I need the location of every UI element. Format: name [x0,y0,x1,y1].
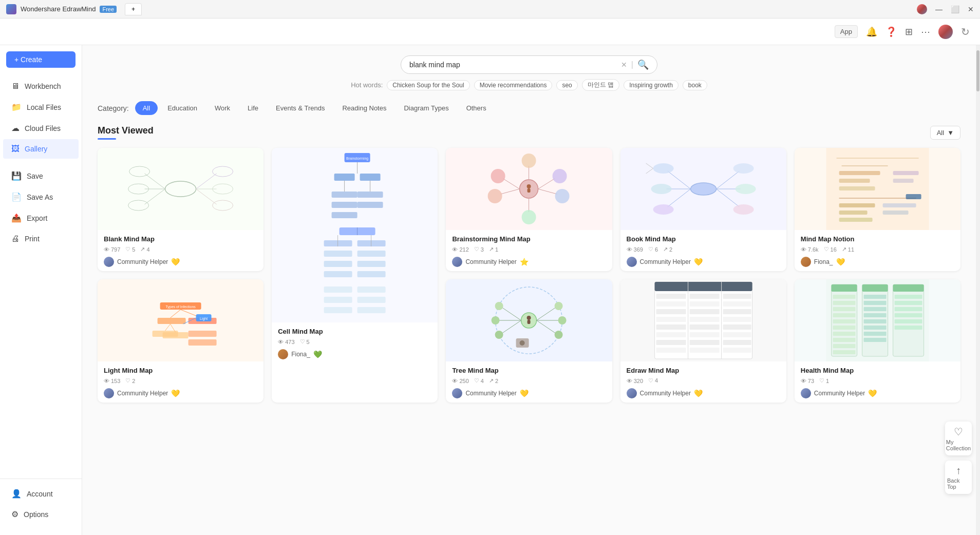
card-title: Brainstorming Mind Map [452,235,606,243]
svg-rect-39 [324,297,352,303]
sidebar-item-label-save-as: Save As [27,193,53,201]
cat-tab-all[interactable]: All [135,101,158,115]
sidebar-item-options[interactable]: ⚙ Options [3,504,79,524]
filter-dropdown[interactable]: All ▼ [930,126,960,140]
sidebar-item-label-account: Account [27,490,53,498]
notification-icon[interactable]: 🔔 [866,26,877,37]
cat-tab-life[interactable]: Life [240,101,266,115]
hot-tag-1[interactable]: Movie recommendations [474,80,553,90]
card-stats: 👁 250 ♡ 4 ↗ 2 [452,377,606,384]
sidebar-item-gallery[interactable]: 🖼 Gallery [3,139,79,159]
cat-tab-reading-notes[interactable]: Reading Notes [334,101,394,115]
hot-tag-5[interactable]: book [683,80,707,90]
svg-rect-162 [833,326,855,330]
svg-text:Types of Infections: Types of Infections [165,305,196,309]
card-health-mind-map[interactable]: Health Mind Map 👁 73 ♡ 1 Community Helpe… [795,279,960,403]
card-stats: 👁 320 ♡ 4 [627,377,780,384]
cat-tab-education[interactable]: Education [160,101,205,115]
new-tab-btn[interactable]: + [125,3,142,15]
card-title: Light Mind Map [104,367,257,374]
sidebar-item-cloud-files[interactable]: ☁ Cloud Files [3,118,79,138]
svg-rect-23 [357,192,383,198]
svg-rect-38 [357,286,386,293]
cat-tab-diagram-types[interactable]: Diagram Types [396,101,456,115]
author-avatar [627,257,637,267]
hot-tag-2[interactable]: seo [556,80,577,90]
card-author: Fiona_ 💛 [801,257,954,267]
like-count: ♡ 4 [474,377,484,384]
minimize-btn[interactable]: — [935,5,943,13]
svg-rect-84 [839,218,872,222]
svg-rect-32 [324,271,352,277]
sidebar-item-export[interactable]: 📤 Export [3,208,79,228]
back-top-button[interactable]: ↑ Back Top [945,461,972,494]
svg-line-59 [667,171,690,189]
maximize-btn[interactable]: ⬜ [951,5,959,13]
card-light-mind-map[interactable]: Types of Infections Light [98,279,263,403]
hot-tag-3[interactable]: 마인드 맵 [582,79,619,91]
card-cell-mind-map[interactable]: Brainstorming [272,148,438,403]
hot-tag-0[interactable]: Chicken Soup for the Soul [387,80,469,90]
close-btn[interactable]: ✕ [968,5,974,13]
search-input[interactable] [409,61,621,69]
card-body: Light Mind Map 👁 153 ♡ 2 Community Helpe… [98,361,263,403]
help-icon[interactable]: ❓ [885,26,897,37]
search-submit-icon[interactable]: 🔍 [637,59,649,70]
layout-icon[interactable]: ⊞ [905,26,913,37]
author-name: Fiona_ [814,258,833,265]
author-avatar [801,257,811,267]
svg-rect-180 [894,326,922,330]
card-book-mind-map[interactable]: Book Mind Map 👁 369 ♡ 6 ↗ 2 Community He… [620,148,786,271]
sidebar-item-save[interactable]: 💾 Save [3,166,79,186]
cat-tab-work[interactable]: Work [207,101,238,115]
svg-point-68 [735,184,756,194]
card-mind-map-notion[interactable]: Mind Map Notion 👁 7.6k ♡ 16 ↗ 11 Fiona_ … [795,148,960,271]
sidebar-item-save-as[interactable]: 📄 Save As [3,187,79,207]
svg-line-69 [716,189,739,207]
card-author: Fiona_ 💚 [278,349,431,359]
svg-rect-143 [723,332,751,337]
svg-rect-135 [656,317,686,322]
hot-tag-4[interactable]: Inspiring growth [624,80,679,90]
cat-tab-events-trends[interactable]: Events & Trends [268,101,332,115]
svg-point-49 [522,154,536,168]
svg-rect-158 [833,301,855,305]
author-badge: 💛 [520,389,529,397]
svg-rect-36 [357,271,386,277]
svg-line-106 [502,308,521,320]
create-button[interactable]: + Create [6,51,76,68]
refresh-icon[interactable]: ↻ [961,26,970,38]
svg-rect-147 [656,348,686,353]
svg-rect-76 [839,171,880,175]
search-area: ✕ | 🔍 Hot words: Chicken Soup for the So… [98,55,960,91]
svg-rect-26 [340,227,375,235]
scrollbar-track[interactable] [976,45,980,535]
svg-rect-138 [656,324,686,330]
card-table-mind-map[interactable]: Edraw Mind Map 👁 320 ♡ 4 Community Helpe… [620,279,786,403]
app-button[interactable]: App [835,25,858,38]
sidebar-item-print[interactable]: 🖨 Print [3,229,79,249]
my-collection-button[interactable]: ♡ My Collection [945,422,972,455]
card-body: Brainstorming Mind Map 👁 212 ♡ 3 ↗ 1 Com… [446,230,612,271]
card-blank-mind-map[interactable]: Blank Mind Map 👁 797 ♡ 5 ↗ 4 Community H… [98,148,263,271]
titlebar-right: — ⬜ ✕ [917,4,974,14]
svg-rect-19 [332,192,357,198]
scrollbar-thumb[interactable] [976,50,979,91]
sidebar-item-account[interactable]: 👤 Account [3,484,79,504]
svg-point-56 [527,184,531,188]
more-icon[interactable]: ⋯ [921,26,930,37]
card-title: Mind Map Notion [801,235,954,243]
sidebar-item-label-gallery: Gallery [25,145,47,153]
sidebar-item-workbench[interactable]: 🖥 Workbench [3,77,79,96]
filter-label: All [937,129,944,137]
svg-line-63 [667,189,690,207]
cat-tab-others[interactable]: Others [459,101,494,115]
card-thumbnail: Types of Infections Light [98,279,263,361]
toolbar-avatar[interactable] [938,25,953,39]
card-tree-mind-map[interactable]: Tree Mind Map 👁 250 ♡ 4 ↗ 2 Community He… [446,279,612,403]
card-brainstorming-mind-map[interactable]: Brainstorming Mind Map 👁 212 ♡ 3 ↗ 1 Com… [446,148,612,271]
view-count: 👁 473 [278,338,294,345]
search-clear-icon[interactable]: ✕ [621,61,627,69]
sidebar-item-local-files[interactable]: 📁 Local Files [3,97,79,117]
like-count: ♡ 2 [125,377,135,384]
